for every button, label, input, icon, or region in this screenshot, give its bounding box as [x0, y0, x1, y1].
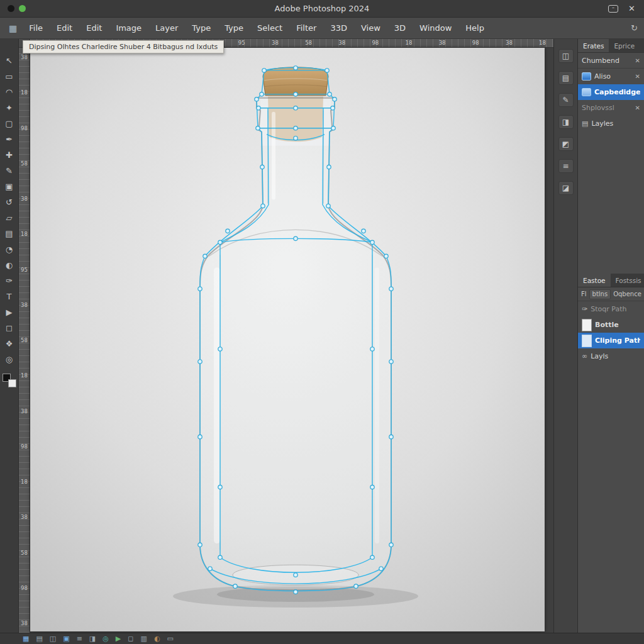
- contrast-icon[interactable]: ◐: [154, 635, 160, 642]
- blur-tool-icon[interactable]: ◔: [1, 242, 18, 257]
- target-icon[interactable]: ◎: [103, 635, 109, 642]
- layer-item-layls[interactable]: ∞ Layls: [578, 348, 644, 364]
- zoom-tool-icon[interactable]: ◎: [1, 352, 18, 367]
- color-swatches[interactable]: [3, 374, 16, 387]
- layer-item-bottle[interactable]: Bottle: [578, 317, 644, 333]
- blend-mode-select[interactable]: btlns: [589, 289, 611, 299]
- ruler-mark: 58: [305, 40, 312, 46]
- collapsed-panels-strip: ◫ ▤ ✎ ◨ ◩ ≡ ◪: [553, 39, 577, 633]
- lasso-tool-icon[interactable]: ◠: [1, 84, 18, 100]
- window-dot-green[interactable]: [19, 5, 26, 12]
- path-thumbnail-icon: [582, 72, 591, 80]
- menu-file[interactable]: File: [22, 23, 50, 33]
- eyedropper-tool-icon[interactable]: ✒: [1, 131, 18, 147]
- path-item-aliso[interactable]: Aliso ✕: [578, 69, 644, 84]
- properties-panel-icon[interactable]: ≡: [558, 159, 574, 173]
- menu-edit-2[interactable]: Edit: [79, 23, 109, 33]
- menu-edit[interactable]: Edit: [50, 23, 79, 33]
- document-icon[interactable]: ▣: [63, 635, 69, 642]
- tab-eastoe[interactable]: Eastoe: [578, 274, 611, 287]
- canvas-area: [30, 48, 553, 633]
- clone-stamp-tool-icon[interactable]: ▣: [1, 179, 18, 194]
- close-icon[interactable]: ✕: [635, 57, 640, 64]
- history-brush-tool-icon[interactable]: ↺: [1, 194, 18, 210]
- quick-selection-tool-icon[interactable]: ✦: [1, 100, 18, 116]
- paths-field-label: Chumbend: [582, 57, 619, 65]
- canvas[interactable]: [30, 48, 545, 631]
- info-panel-icon[interactable]: ◫: [558, 49, 574, 63]
- menu-3d-2[interactable]: 3D: [387, 23, 413, 33]
- ruler-mark: 38: [506, 40, 513, 46]
- eraser-tool-icon[interactable]: ▱: [1, 210, 18, 226]
- path-selection-tool-icon[interactable]: ▶: [1, 304, 18, 320]
- minimize-icon[interactable]: –: [608, 5, 618, 13]
- menu-layer[interactable]: Layer: [148, 23, 185, 33]
- adjustments-panel-icon[interactable]: ◩: [558, 137, 574, 151]
- swatches-panel-icon[interactable]: ◨: [558, 115, 574, 129]
- panel-fill: [578, 364, 644, 633]
- close-icon[interactable]: ✕: [628, 4, 635, 13]
- healing-brush-tool-icon[interactable]: ✚: [1, 147, 18, 163]
- move-tool-icon[interactable]: ↖: [1, 53, 18, 69]
- workspace-switcher-icon[interactable]: ↻: [631, 23, 638, 33]
- columns-icon[interactable]: ◫: [50, 635, 56, 642]
- histogram-panel-icon[interactable]: ▤: [558, 71, 574, 85]
- split-view-icon[interactable]: ◨: [89, 635, 96, 642]
- window-dot-dark[interactable]: [8, 5, 14, 12]
- background-color-swatch[interactable]: [8, 379, 16, 387]
- menu-bar: ▦ File Edit Edit Image Layer Type Type S…: [0, 18, 644, 39]
- close-icon[interactable]: ✕: [635, 104, 640, 111]
- options-tooltip: Dipsing Olhtes Charledire Shuber 4 Bitba…: [23, 40, 224, 53]
- menu-help[interactable]: Help: [458, 23, 491, 33]
- frame-icon[interactable]: ◻: [128, 635, 133, 642]
- ruler-mark: 58: [21, 160, 28, 167]
- list-icon[interactable]: ≡: [77, 635, 82, 642]
- dodge-tool-icon[interactable]: ◐: [1, 257, 18, 273]
- pen-tool-icon[interactable]: ✑: [1, 273, 18, 289]
- tab-fostssis[interactable]: Fostssis: [611, 274, 644, 287]
- menu-select[interactable]: Select: [250, 23, 289, 33]
- tab-eprice[interactable]: Eprice: [609, 39, 640, 52]
- hand-tool-icon[interactable]: ❖: [1, 336, 18, 352]
- brush-settings-panel-icon[interactable]: ✎: [558, 93, 574, 107]
- path-item-capbedidge[interactable]: Capbedidge: [578, 84, 644, 100]
- marquee-tool-icon[interactable]: ▭: [1, 69, 18, 84]
- gradient-tool-icon[interactable]: ▤: [1, 226, 18, 242]
- close-icon[interactable]: ✕: [635, 73, 640, 80]
- paths-field-row[interactable]: Chumbend ✕: [578, 53, 644, 69]
- type-tool-icon[interactable]: T: [1, 289, 18, 304]
- layer-thumbnail: [582, 319, 592, 331]
- menu-3d[interactable]: 33D: [323, 23, 354, 33]
- layer-item-label: Layls: [591, 352, 608, 360]
- filter-label: Fl: [581, 291, 587, 297]
- tab-erates[interactable]: Erates: [578, 39, 609, 52]
- document-area: 38 98 35 18 38 98 95 38 58 38 98 18 38 9…: [19, 39, 553, 633]
- brush-tool-icon[interactable]: ✎: [1, 163, 18, 179]
- grid-icon[interactable]: ▦: [23, 635, 29, 642]
- play-icon[interactable]: ▶: [116, 635, 121, 642]
- ruler-mark: 18: [539, 40, 546, 46]
- path-item-shplovssl[interactable]: Shplovssl ✕: [578, 100, 644, 116]
- layer-item-stoqr-path[interactable]: ✑ Stoqr Path: [578, 301, 644, 317]
- rows-icon[interactable]: ▤: [36, 635, 42, 642]
- layers-panel-tabs: Eastoe Fostssis: [578, 274, 644, 287]
- panel-spacer: [578, 131, 644, 274]
- layer-item-cliping-path[interactable]: Cliping Path: [578, 333, 644, 348]
- vertical-ruler: 38 18 98 58 38 18 95 38 58 18 38 98 18 3…: [19, 48, 30, 633]
- menu-view[interactable]: View: [354, 23, 387, 33]
- history-panel-icon[interactable]: ◪: [558, 181, 574, 195]
- menu-type-2[interactable]: Type: [218, 23, 250, 33]
- crop-tool-icon[interactable]: ▢: [1, 116, 18, 131]
- bar-icon[interactable]: ▭: [167, 635, 173, 642]
- rectangle-tool-icon[interactable]: ◻: [1, 320, 18, 336]
- menu-filter[interactable]: Filter: [289, 23, 323, 33]
- path-item-layles[interactable]: ▤ Layles: [578, 116, 644, 131]
- opacity-label[interactable]: Oqbence: [613, 291, 641, 297]
- menu-type[interactable]: Type: [185, 23, 218, 33]
- table-icon[interactable]: ▥: [140, 635, 147, 642]
- menu-image[interactable]: Image: [109, 23, 148, 33]
- ruler-mark: 98: [472, 40, 479, 46]
- menu-window[interactable]: Window: [413, 23, 458, 33]
- paths-panel-tabs: Erates Eprice: [578, 39, 644, 53]
- path-item-label: Layles: [591, 119, 613, 128]
